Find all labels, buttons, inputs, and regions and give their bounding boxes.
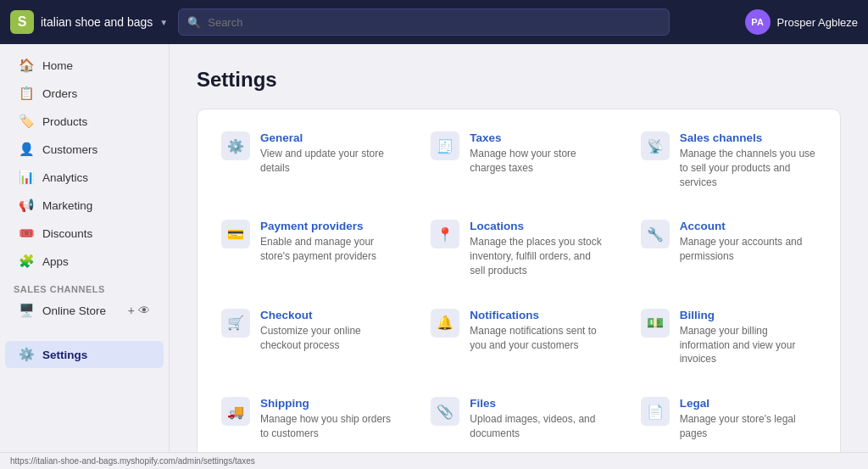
home-icon: 🏠 — [19, 58, 34, 73]
settings-item-desc-notifications: Manage notifications sent to you and you… — [470, 324, 606, 353]
settings-item-legal[interactable]: 📄 Legal Manage your store's legal pages — [624, 382, 833, 452]
settings-item-title-sales-channels: Sales channels — [680, 131, 816, 144]
settings-icon: ⚙️ — [19, 347, 34, 362]
sidebar-item-products-label: Products — [42, 115, 87, 128]
settings-item-desc-shipping: Manage how you ship orders to customers — [260, 412, 397, 441]
settings-item-icon-locations: 📍 — [431, 220, 459, 248]
settings-item-desc-files: Upload images, videos, and documents — [470, 412, 606, 441]
settings-item-icon-general: ⚙️ — [221, 131, 250, 160]
settings-item-desc-general: View and update your store details — [260, 147, 397, 176]
sidebar-item-marketing-label: Marketing — [42, 199, 92, 212]
status-url: https://italian-shoe-and-bags.myshopify.… — [10, 456, 255, 466]
settings-item-shipping[interactable]: 🚚 Shipping Manage how you ship orders to… — [204, 382, 414, 452]
top-nav: S italian shoe and bags ▼ 🔍 PA Prosper A… — [0, 0, 868, 44]
settings-item-title-account: Account — [680, 220, 816, 232]
settings-card: ⚙️ General View and update your store de… — [197, 109, 841, 452]
settings-item-title-checkout: Checkout — [260, 309, 397, 321]
analytics-icon: 📊 — [19, 170, 34, 185]
sidebar: 🏠 Home 📋 Orders 🏷️ Products 👤 Customers … — [0, 44, 170, 452]
customers-icon: 👤 — [19, 142, 34, 157]
sidebar-item-settings[interactable]: ⚙️ Settings — [5, 341, 164, 368]
settings-item-title-shipping: Shipping — [260, 397, 397, 410]
settings-item-desc-payment-providers: Enable and manage your store's payment p… — [260, 235, 397, 264]
settings-item-desc-legal: Manage your store's legal pages — [680, 412, 816, 441]
settings-item-account[interactable]: 🔧 Account Manage your accounts and permi… — [624, 204, 833, 293]
settings-item-payment-providers[interactable]: 💳 Payment providers Enable and manage yo… — [204, 204, 414, 293]
settings-item-title-payment-providers: Payment providers — [260, 220, 397, 232]
sidebar-item-analytics[interactable]: 📊 Analytics — [5, 164, 164, 191]
settings-item-desc-account: Manage your accounts and permissions — [680, 235, 816, 264]
sidebar-item-discounts-label: Discounts — [42, 227, 92, 240]
search-bar[interactable]: 🔍 — [178, 8, 670, 36]
settings-item-locations[interactable]: 📍 Locations Manage the places you stock … — [414, 204, 623, 293]
settings-item-desc-sales-channels: Manage the channels you use to sell your… — [680, 147, 816, 189]
search-icon: 🔍 — [187, 16, 201, 29]
brand-chevron-icon: ▼ — [159, 18, 168, 27]
brand-name: italian shoe and bags — [41, 15, 153, 29]
plus-icon: + — [128, 304, 135, 317]
orders-icon: 📋 — [19, 86, 34, 101]
settings-item-desc-taxes: Manage how your store charges taxes — [470, 147, 606, 176]
online-store-label: Online Store — [42, 304, 106, 317]
sidebar-item-settings-label: Settings — [42, 349, 87, 361]
settings-item-title-notifications: Notifications — [470, 309, 606, 321]
sidebar-item-analytics-label: Analytics — [42, 171, 88, 184]
shopify-logo: S — [10, 10, 34, 34]
products-icon: 🏷️ — [19, 114, 34, 129]
sidebar-item-marketing[interactable]: 📢 Marketing — [5, 192, 164, 219]
settings-item-billing[interactable]: 💵 Billing Manage your billing informatio… — [624, 293, 833, 382]
sidebar-item-home[interactable]: 🏠 Home — [5, 52, 164, 79]
settings-item-title-general: General — [260, 131, 397, 144]
online-store-icon: 🖥️ — [19, 303, 34, 318]
settings-item-title-legal: Legal — [680, 397, 816, 410]
settings-item-icon-checkout: 🛒 — [221, 309, 250, 338]
main-content: Settings ⚙️ General View and update your… — [170, 44, 868, 452]
settings-item-general[interactable]: ⚙️ General View and update your store de… — [204, 116, 414, 204]
sidebar-item-apps-label: Apps — [42, 255, 69, 268]
settings-item-taxes[interactable]: 🧾 Taxes Manage how your store charges ta… — [414, 116, 623, 204]
sidebar-item-home-label: Home — [42, 59, 73, 72]
apps-icon: 🧩 — [19, 254, 34, 269]
settings-item-icon-account: 🔧 — [641, 220, 670, 248]
settings-item-title-locations: Locations — [470, 220, 606, 232]
settings-item-icon-notifications: 🔔 — [431, 309, 459, 338]
settings-item-desc-locations: Manage the places you stock inventory, f… — [470, 235, 606, 277]
brand-area[interactable]: S italian shoe and bags ▼ — [10, 10, 168, 34]
settings-item-desc-billing: Manage your billing information and view… — [680, 324, 816, 366]
sidebar-item-orders-label: Orders — [42, 87, 77, 100]
sidebar-item-online-store[interactable]: 🖥️ Online Store + 👁 — [5, 299, 164, 322]
user-area: PA Prosper Agbleze — [745, 9, 858, 35]
settings-item-sales-channels[interactable]: 📡 Sales channels Manage the channels you… — [624, 116, 833, 204]
settings-item-icon-shipping: 🚚 — [221, 397, 250, 426]
status-bar: https://italian-shoe-and-bags.myshopify.… — [0, 452, 868, 469]
settings-item-title-files: Files — [470, 397, 606, 410]
sidebar-item-orders[interactable]: 📋 Orders — [5, 80, 164, 107]
sales-channels-label: SALES CHANNELS — [0, 276, 169, 298]
settings-item-icon-legal: 📄 — [641, 397, 670, 426]
sidebar-item-discounts[interactable]: 🎟️ Discounts — [5, 220, 164, 247]
settings-item-notifications[interactable]: 🔔 Notifications Manage notifications sen… — [414, 293, 623, 382]
settings-grid: ⚙️ General View and update your store de… — [204, 116, 833, 452]
marketing-icon: 📢 — [19, 198, 34, 213]
main-layout: 🏠 Home 📋 Orders 🏷️ Products 👤 Customers … — [0, 44, 868, 452]
settings-item-title-taxes: Taxes — [470, 131, 606, 144]
settings-item-icon-billing: 💵 — [641, 309, 670, 338]
user-name: Prosper Agbleze — [777, 16, 858, 29]
settings-item-icon-files: 📎 — [431, 397, 459, 426]
sidebar-item-apps[interactable]: 🧩 Apps — [5, 248, 164, 275]
page-title: Settings — [197, 68, 841, 92]
eye-icon: 👁 — [138, 304, 150, 317]
sidebar-item-products[interactable]: 🏷️ Products — [5, 108, 164, 135]
sidebar-item-customers[interactable]: 👤 Customers — [5, 136, 164, 163]
search-input[interactable] — [208, 16, 660, 29]
discounts-icon: 🎟️ — [19, 226, 34, 241]
settings-item-title-billing: Billing — [680, 309, 816, 321]
settings-item-checkout[interactable]: 🛒 Checkout Customize your online checkou… — [204, 293, 414, 382]
settings-item-icon-sales-channels: 📡 — [641, 131, 670, 160]
settings-item-icon-payment-providers: 💳 — [221, 220, 250, 248]
settings-item-files[interactable]: 📎 Files Upload images, videos, and docum… — [414, 382, 623, 452]
avatar: PA — [745, 9, 771, 35]
sidebar-item-customers-label: Customers — [42, 143, 97, 156]
settings-item-icon-taxes: 🧾 — [431, 131, 459, 160]
settings-item-desc-checkout: Customize your online checkout process — [260, 324, 397, 353]
